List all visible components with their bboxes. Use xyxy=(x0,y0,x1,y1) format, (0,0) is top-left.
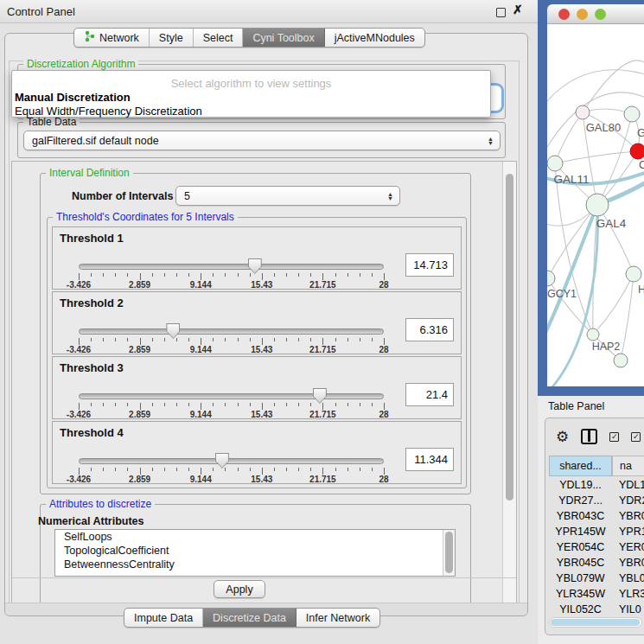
horizontal-scrollbar[interactable] xyxy=(549,617,642,628)
network-node[interactable] xyxy=(587,328,599,341)
node-label-gcy1: GCY1 xyxy=(547,288,577,300)
close-icon[interactable]: ✗ xyxy=(513,3,523,16)
stepper-arrows-icon: ▲▼ xyxy=(488,137,494,145)
slider-thumb[interactable] xyxy=(166,323,180,339)
table-cell[interactable]: YBL0 xyxy=(619,571,644,586)
algorithm-option-equal-width-frequency-discretization[interactable]: Equal Width/Frequency Discretization xyxy=(15,105,202,118)
table-cell[interactable]: YBR045C xyxy=(549,555,612,571)
attributes-list-scrollbar-thumb[interactable] xyxy=(445,532,453,573)
table-cell[interactable]: YDR27... xyxy=(549,493,612,508)
slider-ticks xyxy=(79,338,384,345)
slider-thumb[interactable] xyxy=(215,453,229,469)
table-cell[interactable]: YBL079W xyxy=(549,571,612,586)
tab-network[interactable]: Network xyxy=(74,29,150,47)
num-intervals-combobox[interactable]: 5 ▲▼ xyxy=(175,186,400,206)
table-data-selected: galFiltered.sif default node xyxy=(32,135,159,147)
columns-icon[interactable] xyxy=(581,429,597,444)
threshold-panel-1: Threshold 1-3.4262.8599.14415.4321.71528… xyxy=(52,226,462,290)
checkbox-checked-icon[interactable]: ✓ xyxy=(631,432,641,442)
slider-tick-labels: -3.4262.8599.14415.4321.71528 xyxy=(79,280,384,290)
table-cell[interactable]: YLR345W xyxy=(549,586,612,602)
table-cell[interactable]: YLR3 xyxy=(619,586,644,602)
table-cell[interactable]: YBR043C xyxy=(549,508,612,524)
slider-thumb[interactable] xyxy=(313,388,327,404)
threshold-panel-4: Threshold 4-3.4262.8599.14415.4321.71528… xyxy=(52,421,462,484)
node-label-ga: GA xyxy=(637,126,644,139)
vertical-scrollbar-thumb[interactable] xyxy=(506,174,513,501)
mac-minimize-button[interactable] xyxy=(577,9,588,20)
threshold-value-field[interactable]: 14.713 xyxy=(405,253,454,277)
network-node[interactable] xyxy=(630,143,644,159)
attribute-item-selfloops[interactable]: SelfLoops xyxy=(55,530,455,544)
slider-track[interactable] xyxy=(79,458,384,464)
algorithm-dropdown-hint: Select algorithm to view settings xyxy=(12,77,490,90)
tab-cyni-toolbox[interactable]: Cyni Toolbox xyxy=(243,29,324,47)
network-node[interactable] xyxy=(626,266,641,282)
table-cell[interactable]: YPR145W xyxy=(549,524,612,539)
attribute-item-topologicalcoefficient[interactable]: TopologicalCoefficient xyxy=(55,544,455,558)
slider-track[interactable] xyxy=(79,328,384,335)
network-canvas[interactable]: GAL80GACGAL11GAL4GCY1HHAP2 xyxy=(547,24,644,386)
network-window-titlebar[interactable] xyxy=(547,4,644,24)
threshold-slider[interactable] xyxy=(79,323,384,338)
horizontal-scrollbar-thumb[interactable] xyxy=(551,619,640,626)
table-cell[interactable]: YER054C xyxy=(549,539,612,555)
threshold-slider[interactable] xyxy=(79,258,384,273)
table-data-title: Table Data xyxy=(23,116,80,128)
network-icon xyxy=(84,30,95,45)
table-data-combobox[interactable]: galFiltered.sif default node ▲▼ xyxy=(23,131,501,150)
slider-track[interactable] xyxy=(79,393,384,399)
numerical-attributes-list[interactable]: SelfLoopsTopologicalCoefficientBetweenne… xyxy=(54,529,456,577)
algorithm-option-manual-discretization[interactable]: Manual Discretization xyxy=(15,91,131,104)
tab-jactivemnodules[interactable]: jActiveMNodules xyxy=(325,29,424,47)
checkbox-checked-icon[interactable]: ✓ xyxy=(609,432,619,442)
table-cell[interactable]: YBR0 xyxy=(619,555,644,571)
slider-ticks xyxy=(79,273,384,280)
threshold-value-field[interactable]: 11.344 xyxy=(405,448,454,471)
column-header-shared[interactable]: shared... xyxy=(549,456,612,476)
slider-tick-labels: -3.4262.8599.14415.4321.71528 xyxy=(79,410,384,419)
table-cell[interactable]: YER0 xyxy=(619,539,644,555)
node-label-gal4: GAL4 xyxy=(596,217,627,230)
algorithm-dropdown-popup: Select algorithm to view settings Manual… xyxy=(11,70,491,118)
threshold-value-field[interactable]: 21.4 xyxy=(405,383,454,406)
node-table[interactable]: shared...naYDL19...YDL1YDR27...YDR2YBR04… xyxy=(549,456,644,615)
network-node[interactable] xyxy=(547,271,555,286)
divider xyxy=(12,577,516,578)
network-node[interactable] xyxy=(624,106,640,122)
slider-thumb[interactable] xyxy=(248,258,262,274)
tab-style[interactable]: Style xyxy=(150,29,194,47)
mac-zoom-button[interactable] xyxy=(595,9,606,20)
table-cell[interactable]: YIL0 xyxy=(619,602,644,615)
tab-infer-network[interactable]: Infer Network xyxy=(296,609,379,627)
mac-close-button[interactable] xyxy=(558,9,570,20)
network-node[interactable] xyxy=(586,194,609,216)
gear-icon[interactable]: ⚙ xyxy=(556,430,569,444)
attribute-item-betweennesscentrality[interactable]: BetweennessCentrality xyxy=(55,558,455,571)
tab-discretize-data[interactable]: Discretize Data xyxy=(203,609,296,627)
tab-impute-data[interactable]: Impute Data xyxy=(124,609,203,627)
table-cell[interactable]: YDR2 xyxy=(619,493,644,508)
vertical-scrollbar[interactable] xyxy=(502,162,516,606)
network-node[interactable] xyxy=(614,354,628,367)
thresholds-group-title: Threshold's Coordinates for 5 Intervals xyxy=(53,211,238,223)
table-cell[interactable]: YIL052C xyxy=(549,602,612,615)
network-node[interactable] xyxy=(576,105,590,119)
table-cell[interactable]: YDL19... xyxy=(549,477,612,493)
threshold-panel-2: Threshold 2-3.4262.8599.14415.4321.71528… xyxy=(52,291,462,354)
threshold-slider[interactable] xyxy=(79,453,384,468)
table-cell[interactable]: YBR0 xyxy=(619,508,644,524)
slider-ticks xyxy=(79,468,384,475)
attributes-list-scrollbar[interactable] xyxy=(443,530,455,576)
float-window-icon[interactable] xyxy=(496,8,506,17)
table-cell[interactable]: YPR1 xyxy=(619,524,644,539)
threshold-slider[interactable] xyxy=(79,388,384,403)
table-cell[interactable]: YDL1 xyxy=(619,477,644,493)
network-node[interactable] xyxy=(547,156,563,171)
column-header-name[interactable]: na xyxy=(612,456,644,476)
threshold-value-field[interactable]: 6.316 xyxy=(405,318,454,341)
apply-button[interactable]: Apply xyxy=(214,580,265,598)
tab-select[interactable]: Select xyxy=(194,29,244,47)
threshold-panel-3: Threshold 3-3.4262.8599.14415.4321.71528… xyxy=(52,356,462,419)
slider-track[interactable] xyxy=(79,264,384,270)
